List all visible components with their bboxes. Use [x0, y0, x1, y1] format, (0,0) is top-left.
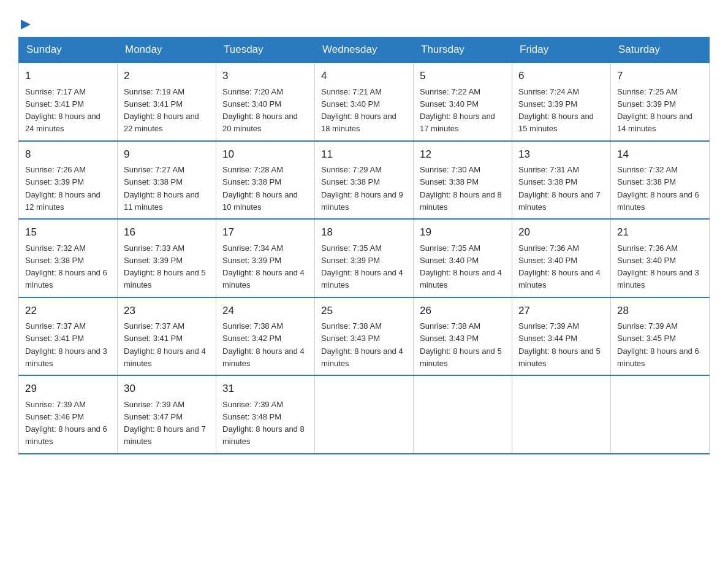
cell-sunset: Sunset: 3:38 PM [25, 256, 84, 265]
day-number: 7 [617, 68, 703, 84]
cell-daylight: Daylight: 8 hours and 4 minutes [420, 268, 502, 289]
cell-sunrise: Sunrise: 7:38 AM [321, 321, 382, 331]
calendar-cell [512, 375, 611, 454]
day-number: 13 [518, 147, 604, 163]
calendar-cell: 19 Sunrise: 7:35 AM Sunset: 3:40 PM Dayl… [414, 219, 512, 297]
day-header-thursday: Thursday [414, 37, 512, 63]
cell-sunset: Sunset: 3:39 PM [124, 256, 183, 265]
calendar-cell: 22 Sunrise: 7:37 AM Sunset: 3:41 PM Dayl… [19, 297, 118, 376]
cell-sunrise: Sunrise: 7:37 AM [25, 321, 86, 331]
calendar-cell: 5 Sunrise: 7:22 AM Sunset: 3:40 PM Dayli… [414, 63, 512, 141]
day-number: 30 [124, 381, 210, 397]
calendar-cell: 3 Sunrise: 7:20 AM Sunset: 3:40 PM Dayli… [216, 63, 315, 141]
cell-daylight: Daylight: 8 hours and 11 minutes [124, 190, 199, 212]
cell-daylight: Daylight: 8 hours and 4 minutes [124, 347, 206, 368]
cell-sunrise: Sunrise: 7:35 AM [420, 243, 480, 253]
cell-daylight: Daylight: 8 hours and 24 minutes [25, 112, 100, 133]
calendar-cell: 17 Sunrise: 7:34 AM Sunset: 3:39 PM Dayl… [216, 219, 315, 297]
day-number: 26 [420, 303, 506, 319]
cell-daylight: Daylight: 8 hours and 4 minutes [321, 347, 403, 368]
cell-sunrise: Sunrise: 7:36 AM [518, 243, 579, 253]
week-row-2: 8 Sunrise: 7:26 AM Sunset: 3:39 PM Dayli… [19, 141, 710, 220]
cell-daylight: Daylight: 8 hours and 17 minutes [420, 112, 495, 133]
day-number: 14 [617, 147, 703, 163]
calendar-cell: 2 Sunrise: 7:19 AM Sunset: 3:41 PM Dayli… [118, 63, 216, 141]
day-header-monday: Monday [118, 37, 216, 63]
cell-sunset: Sunset: 3:44 PM [518, 334, 577, 343]
day-number: 21 [617, 224, 703, 240]
logo-triangle-icon [20, 18, 32, 31]
cell-sunrise: Sunrise: 7:39 AM [25, 400, 86, 409]
calendar-cell: 20 Sunrise: 7:36 AM Sunset: 3:40 PM Dayl… [512, 219, 611, 297]
cell-daylight: Daylight: 8 hours and 3 minutes [617, 268, 699, 289]
calendar-cell: 14 Sunrise: 7:32 AM Sunset: 3:38 PM Dayl… [611, 141, 710, 220]
day-number: 20 [518, 224, 604, 240]
day-number: 1 [25, 68, 111, 84]
cell-sunset: Sunset: 3:39 PM [25, 177, 84, 186]
cell-sunrise: Sunrise: 7:27 AM [124, 165, 184, 174]
cell-sunset: Sunset: 3:38 PM [321, 177, 380, 186]
calendar-cell: 25 Sunrise: 7:38 AM Sunset: 3:43 PM Dayl… [315, 297, 414, 376]
day-number: 17 [222, 224, 308, 240]
page-header [18, 12, 710, 31]
cell-daylight: Daylight: 8 hours and 5 minutes [420, 347, 502, 368]
cell-sunrise: Sunrise: 7:35 AM [321, 243, 382, 253]
week-row-5: 29 Sunrise: 7:39 AM Sunset: 3:46 PM Dayl… [19, 375, 710, 454]
calendar-cell: 29 Sunrise: 7:39 AM Sunset: 3:46 PM Dayl… [19, 375, 118, 454]
cell-daylight: Daylight: 8 hours and 6 minutes [617, 190, 699, 212]
calendar-cell: 23 Sunrise: 7:37 AM Sunset: 3:41 PM Dayl… [118, 297, 216, 376]
cell-daylight: Daylight: 8 hours and 8 minutes [222, 424, 305, 446]
cell-sunset: Sunset: 3:40 PM [222, 99, 281, 109]
calendar-cell: 26 Sunrise: 7:38 AM Sunset: 3:43 PM Dayl… [414, 297, 512, 376]
cell-sunrise: Sunrise: 7:38 AM [420, 321, 480, 331]
calendar-cell: 12 Sunrise: 7:30 AM Sunset: 3:38 PM Dayl… [414, 141, 512, 220]
day-number: 19 [420, 224, 506, 240]
calendar-cell: 31 Sunrise: 7:39 AM Sunset: 3:48 PM Dayl… [216, 375, 315, 454]
week-row-4: 22 Sunrise: 7:37 AM Sunset: 3:41 PM Dayl… [19, 297, 710, 376]
cell-sunset: Sunset: 3:38 PM [420, 177, 479, 186]
calendar-cell: 24 Sunrise: 7:38 AM Sunset: 3:42 PM Dayl… [216, 297, 315, 376]
day-number: 24 [222, 303, 308, 319]
cell-sunset: Sunset: 3:38 PM [222, 177, 281, 186]
cell-daylight: Daylight: 8 hours and 6 minutes [25, 424, 107, 446]
cell-daylight: Daylight: 8 hours and 9 minutes [321, 190, 403, 212]
logo-row [18, 18, 32, 31]
cell-daylight: Daylight: 8 hours and 8 minutes [420, 190, 502, 212]
day-number: 31 [222, 381, 308, 397]
cell-sunset: Sunset: 3:39 PM [617, 99, 676, 109]
cell-sunset: Sunset: 3:43 PM [321, 334, 380, 343]
day-number: 15 [25, 224, 111, 240]
calendar-cell: 6 Sunrise: 7:24 AM Sunset: 3:39 PM Dayli… [512, 63, 611, 141]
cell-sunrise: Sunrise: 7:37 AM [124, 321, 184, 331]
cell-daylight: Daylight: 8 hours and 14 minutes [617, 112, 692, 133]
cell-sunrise: Sunrise: 7:39 AM [124, 400, 184, 409]
day-number: 25 [321, 303, 407, 319]
calendar-cell: 10 Sunrise: 7:28 AM Sunset: 3:38 PM Dayl… [216, 141, 315, 220]
calendar-cell: 11 Sunrise: 7:29 AM Sunset: 3:38 PM Dayl… [315, 141, 414, 220]
cell-sunrise: Sunrise: 7:25 AM [617, 87, 678, 96]
cell-sunrise: Sunrise: 7:29 AM [321, 165, 382, 174]
calendar-cell: 7 Sunrise: 7:25 AM Sunset: 3:39 PM Dayli… [611, 63, 710, 141]
cell-sunrise: Sunrise: 7:19 AM [124, 87, 184, 96]
cell-sunset: Sunset: 3:41 PM [25, 334, 84, 343]
week-row-3: 15 Sunrise: 7:32 AM Sunset: 3:38 PM Dayl… [19, 219, 710, 297]
cell-daylight: Daylight: 8 hours and 20 minutes [222, 112, 298, 133]
day-number: 4 [321, 68, 407, 84]
header-row: SundayMondayTuesdayWednesdayThursdayFrid… [19, 37, 710, 63]
cell-sunset: Sunset: 3:40 PM [617, 256, 676, 265]
cell-daylight: Daylight: 8 hours and 5 minutes [124, 268, 206, 289]
day-number: 22 [25, 303, 111, 319]
cell-sunrise: Sunrise: 7:34 AM [222, 243, 283, 253]
cell-daylight: Daylight: 8 hours and 10 minutes [222, 190, 298, 212]
cell-sunrise: Sunrise: 7:22 AM [420, 87, 480, 96]
calendar-cell [315, 375, 414, 454]
cell-sunset: Sunset: 3:40 PM [321, 99, 380, 109]
calendar-cell: 15 Sunrise: 7:32 AM Sunset: 3:38 PM Dayl… [19, 219, 118, 297]
cell-sunrise: Sunrise: 7:30 AM [420, 165, 480, 174]
cell-daylight: Daylight: 8 hours and 12 minutes [25, 190, 100, 212]
cell-sunset: Sunset: 3:43 PM [420, 334, 479, 343]
calendar-cell: 30 Sunrise: 7:39 AM Sunset: 3:47 PM Dayl… [118, 375, 216, 454]
cell-sunset: Sunset: 3:41 PM [124, 99, 183, 109]
cell-sunrise: Sunrise: 7:33 AM [124, 243, 184, 253]
cell-sunset: Sunset: 3:41 PM [124, 334, 183, 343]
